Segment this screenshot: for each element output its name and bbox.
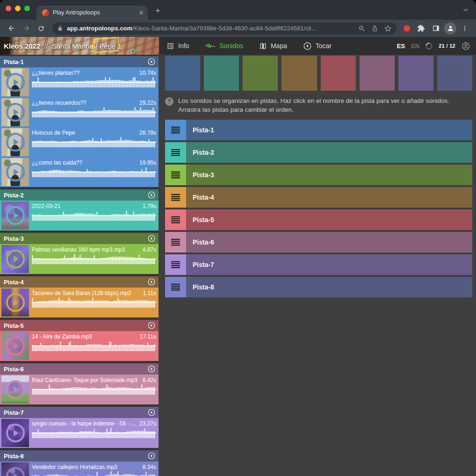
sound-clip[interactable]: Hiviscus de Pepe28.78s <box>0 127 159 157</box>
sound-clip[interactable]: ¿¿tienes recuerdos??29.22s <box>0 97 159 127</box>
track-play-icon[interactable] <box>147 58 156 66</box>
track-header[interactable]: Pista-2 <box>0 189 159 201</box>
track-drag-handle-icon[interactable] <box>165 165 186 185</box>
track-row-label[interactable]: Pista-8 <box>193 283 214 291</box>
sound-clip[interactable]: Palmas sevillanas 160 bpm mp3.mp34.87s <box>0 244 159 274</box>
track-header[interactable]: Pista-5 <box>0 320 159 331</box>
track-row[interactable]: Pista-5 <box>165 209 472 230</box>
extensions-puzzle-icon[interactable] <box>414 22 427 35</box>
track-row[interactable]: Pista-6 <box>165 232 472 252</box>
nav-info[interactable]: Info <box>166 42 189 50</box>
track-play-icon[interactable] <box>147 452 156 460</box>
forward-icon[interactable] <box>20 22 33 35</box>
clip-play-icon[interactable] <box>6 293 25 312</box>
browser-menu-kebab-icon[interactable] <box>458 22 471 35</box>
sound-clip[interactable]: 2022-03-211.79s <box>0 201 159 231</box>
track-header[interactable]: Pista-6 <box>0 363 159 375</box>
track-color-cell[interactable] <box>398 56 433 91</box>
track-drag-handle-icon[interactable] <box>165 232 186 252</box>
track-row-label[interactable]: Pista-6 <box>193 238 214 246</box>
track-row[interactable]: Pista-7 <box>165 254 472 275</box>
clip-play-icon[interactable] <box>6 73 25 92</box>
track-drag-handle-icon[interactable] <box>165 142 186 163</box>
profile-avatar[interactable] <box>444 22 456 35</box>
address-bar[interactable]: app.antropoloops.com/Kleos-Santa-Marina/… <box>52 22 397 35</box>
track-drag-handle-icon[interactable] <box>165 187 186 208</box>
track-row-label[interactable]: Pista-2 <box>193 149 214 156</box>
track-row[interactable]: Pista-1 <box>165 120 472 140</box>
bookmark-star-icon[interactable] <box>384 24 392 32</box>
track-row[interactable]: Pista-2 <box>165 142 472 163</box>
track-row-body[interactable]: Pista-5 <box>186 209 472 230</box>
map-thumbnail[interactable]: Kleos 2022 // Santa Marina / Pepe 1 <box>0 37 159 55</box>
track-color-cell[interactable] <box>281 56 317 91</box>
track-row[interactable]: Pista-3 <box>165 165 472 185</box>
track-row-label[interactable]: Pista-5 <box>193 216 214 224</box>
track-play-icon[interactable] <box>147 191 156 199</box>
browser-tab[interactable]: Play Antropoloops <box>36 6 148 20</box>
track-color-cell[interactable] <box>243 56 278 91</box>
minimize-window-button[interactable] <box>15 6 21 11</box>
account-icon[interactable] <box>462 42 470 50</box>
sound-clip[interactable]: sergio cuevas - la harpe indienne - 03 -… <box>0 418 159 448</box>
track-row-body[interactable]: Pista-1 <box>186 120 472 140</box>
clip-play-icon[interactable] <box>6 163 25 181</box>
breadcrumb-project[interactable]: Kleos 2022 <box>4 42 40 50</box>
tab-close-icon[interactable] <box>138 10 144 15</box>
track-row-body[interactable]: Pista-7 <box>186 254 472 275</box>
clip-play-icon[interactable] <box>6 133 25 151</box>
clip-play-icon[interactable] <box>6 467 25 476</box>
track-row[interactable]: Pista-4 <box>165 187 472 208</box>
track-row-label[interactable]: Pista-1 <box>193 126 214 134</box>
sound-clip[interactable]: ¿¿tienes plantas??10.74s <box>0 67 159 97</box>
track-play-icon[interactable] <box>147 321 156 330</box>
sound-clip[interactable]: Vendedor callejero Hortalizas.mp38.34s <box>0 462 159 476</box>
track-play-icon[interactable] <box>147 234 156 243</box>
language-en-button[interactable]: EN <box>411 43 419 50</box>
clip-play-icon[interactable] <box>6 103 25 122</box>
close-window-button[interactable] <box>6 6 11 11</box>
clip-play-icon[interactable] <box>6 250 25 268</box>
sound-clip[interactable]: 14 - Aire de Zamba.mp317.11s <box>0 331 159 361</box>
tab-search-chevron-icon[interactable] <box>462 6 469 14</box>
clip-play-icon[interactable] <box>6 206 25 225</box>
sound-clip[interactable]: Raul Cantizano- Toque por Solenoide.mp36… <box>0 375 159 404</box>
track-drag-handle-icon[interactable] <box>165 254 186 275</box>
track-play-icon[interactable] <box>147 278 156 286</box>
track-header[interactable]: Pista-1 <box>0 56 159 67</box>
track-color-cell[interactable] <box>165 56 200 91</box>
track-row-body[interactable]: Pista-3 <box>186 165 472 185</box>
nav-tocar[interactable]: Tocar <box>303 42 332 50</box>
track-row-body[interactable]: Pista-8 <box>186 277 472 297</box>
track-header[interactable]: Pista-4 <box>0 276 159 288</box>
track-color-cell[interactable] <box>204 56 239 91</box>
track-row-label[interactable]: Pista-4 <box>193 194 214 201</box>
track-color-cell[interactable] <box>321 56 356 91</box>
track-row-body[interactable]: Pista-4 <box>186 187 472 208</box>
track-drag-handle-icon[interactable] <box>165 277 186 297</box>
share-icon[interactable] <box>371 25 378 32</box>
reload-icon[interactable] <box>35 22 48 35</box>
record-extension-icon[interactable] <box>404 26 410 31</box>
track-drag-handle-icon[interactable] <box>165 209 186 230</box>
track-play-icon[interactable] <box>147 408 156 417</box>
side-panel-icon[interactable] <box>429 22 442 35</box>
nav-mapa[interactable]: Mapa <box>259 42 287 50</box>
new-tab-icon[interactable] <box>154 7 161 14</box>
track-color-cell[interactable] <box>437 56 472 91</box>
track-row-body[interactable]: Pista-6 <box>186 232 472 252</box>
breadcrumb-page[interactable]: Santa Marina / Pepe 1 <box>52 42 122 50</box>
track-header[interactable]: Pista-7 <box>0 407 159 418</box>
sound-clip[interactable]: Taconeo de Sara Baras (128 kbps).mp31.11… <box>0 288 159 317</box>
track-header[interactable]: Pista-8 <box>0 450 159 462</box>
sound-clip[interactable]: ¿¿como las cuida??19.95s <box>0 157 159 187</box>
track-row-body[interactable]: Pista-2 <box>186 142 472 163</box>
track-row-label[interactable]: Pista-3 <box>193 171 214 179</box>
zoom-window-button[interactable] <box>24 6 30 11</box>
track-drag-handle-icon[interactable] <box>165 120 186 140</box>
track-color-cell[interactable] <box>360 56 395 91</box>
clip-play-icon[interactable] <box>6 380 25 399</box>
language-es-button[interactable]: ES <box>397 43 405 50</box>
zoom-out-icon[interactable] <box>358 25 366 32</box>
clip-play-icon[interactable] <box>6 424 25 442</box>
